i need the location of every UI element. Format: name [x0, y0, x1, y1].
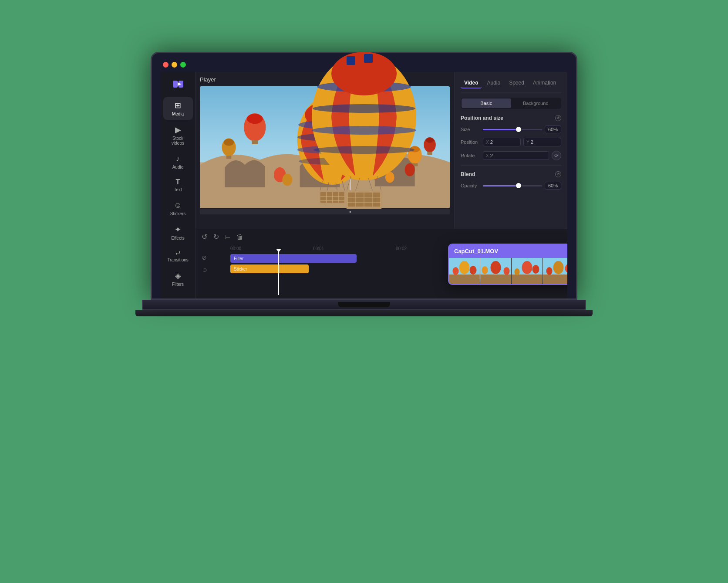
- size-slider[interactable]: [483, 129, 542, 130]
- laptop-base: [142, 300, 586, 310]
- sidebar-item-filters[interactable]: ◈ Filters: [163, 268, 193, 290]
- sidebar-label-text: Text: [174, 187, 182, 192]
- rotate-row: Rotate X 2 ⟳: [461, 151, 561, 160]
- maximize-button[interactable]: [180, 62, 186, 68]
- svg-rect-79: [512, 275, 543, 284]
- popup-filename: CapCut_01.MOV: [454, 248, 498, 254]
- sticker-clip[interactable]: Sticker: [230, 264, 309, 273]
- sticker-clip-label: Sticker: [234, 267, 247, 271]
- undo-button[interactable]: ↺: [202, 233, 207, 241]
- tab-video[interactable]: Video: [461, 78, 482, 88]
- svg-point-81: [533, 265, 539, 274]
- rotate-x-field[interactable]: X 2: [483, 151, 549, 160]
- sidebar-item-effects[interactable]: ✦ Effects: [163, 221, 193, 244]
- sidebar-item-media[interactable]: ⊞ Media: [163, 97, 193, 120]
- svg-point-76: [482, 266, 488, 274]
- svg-point-49: [247, 114, 263, 124]
- sticker-track-icon: ☺: [202, 266, 208, 273]
- blend-section: Blend ↺: [461, 171, 561, 177]
- sidebar-label-audio: Audio: [172, 165, 184, 169]
- timeline-toolbar: ↺ ↻ ⊢ 🗑: [195, 229, 567, 244]
- sidebar-item-text[interactable]: T Text: [163, 175, 193, 196]
- delete-button[interactable]: 🗑: [236, 233, 243, 241]
- size-value[interactable]: 60%: [545, 125, 561, 133]
- filmstrip-frame-1: [449, 258, 480, 284]
- rot-x-axis: X: [486, 153, 489, 158]
- sidebar-item-stickers[interactable]: ☺ Stickers: [163, 197, 193, 220]
- svg-point-85: [553, 261, 564, 274]
- close-button[interactable]: [163, 62, 169, 68]
- stickers-icon: ☺: [174, 201, 182, 210]
- minimize-button[interactable]: [172, 62, 177, 68]
- svg-line-10: [347, 176, 351, 191]
- sidebar-item-audio[interactable]: ♪ Audio: [163, 151, 193, 173]
- redo-button[interactable]: ↻: [213, 233, 219, 241]
- stock-icon: ▶: [175, 125, 181, 135]
- sidebar-item-stock[interactable]: ▶ Stock videos: [163, 122, 193, 149]
- tab-audio[interactable]: Audio: [483, 78, 504, 88]
- timeline-playhead[interactable]: [278, 249, 279, 295]
- rotate-dial[interactable]: ⟳: [552, 151, 561, 160]
- svg-point-70: [459, 261, 470, 274]
- laptop-wrapper: ⊞ Media ▶ Stock videos ♪ Audio T Text ☺: [125, 52, 603, 531]
- subtab-basic[interactable]: Basic: [462, 98, 511, 108]
- tab-speed[interactable]: Speed: [506, 78, 528, 88]
- blend-reset[interactable]: ↺: [555, 171, 561, 177]
- position-x-field[interactable]: X 2: [483, 138, 521, 146]
- filmstrip-frame-4: [543, 258, 567, 284]
- app-logo[interactable]: [170, 76, 186, 92]
- svg-point-64: [282, 174, 292, 186]
- filter-clip-label: Filter: [234, 256, 243, 261]
- ruler-00-01: 00:01: [313, 246, 396, 251]
- tab-animation[interactable]: Animation: [529, 78, 559, 88]
- svg-point-71: [453, 267, 459, 275]
- laptop-bottom-bar: [135, 310, 593, 316]
- subtab-background[interactable]: Background: [511, 98, 561, 108]
- rotate-label: Rotate: [461, 153, 480, 158]
- svg-rect-69: [449, 275, 480, 284]
- svg-point-80: [522, 261, 533, 274]
- svg-point-82: [515, 268, 520, 275]
- filter-clip[interactable]: Filter: [230, 254, 357, 263]
- popup-filmstrip: [449, 258, 567, 284]
- svg-point-75: [491, 261, 501, 274]
- opacity-value[interactable]: 60%: [545, 182, 561, 190]
- split-button[interactable]: ⊢: [225, 234, 230, 241]
- sidebar-label-filters: Filters: [172, 282, 184, 287]
- ruler-00-00: 00:00: [230, 246, 313, 251]
- opacity-slider[interactable]: [483, 185, 542, 186]
- filters-icon: ◈: [175, 271, 181, 281]
- position-size-title: Position and size: [461, 115, 503, 121]
- laptop-notch: [338, 302, 390, 307]
- timeline-tracks: ⊘ ☺ Filter Sticker: [195, 252, 567, 298]
- svg-point-72: [470, 266, 477, 275]
- svg-line-11: [377, 176, 381, 191]
- size-slider-thumb[interactable]: [516, 127, 521, 132]
- position-y-field[interactable]: Y 2: [523, 138, 561, 146]
- pos-x-axis: X: [486, 140, 489, 145]
- filmstrip-frame-2: [480, 258, 512, 284]
- transitions-icon: ⇄: [175, 249, 181, 256]
- opacity-slider-fill: [483, 185, 519, 186]
- sidebar-item-transitions[interactable]: ⇄ Transitions: [163, 246, 193, 266]
- text-icon: T: [176, 178, 180, 186]
- svg-point-77: [504, 267, 510, 275]
- popup-header: CapCut_01.MOV 00:00:07: [449, 244, 567, 258]
- opacity-row: Opacity 60%: [461, 182, 561, 190]
- big-balloon-decoration: [299, 47, 429, 215]
- pos-x-value: 2: [490, 139, 493, 145]
- opacity-slider-thumb[interactable]: [516, 183, 521, 188]
- svg-rect-53: [226, 156, 231, 159]
- svg-rect-9: [373, 56, 381, 65]
- blend-title: Blend: [461, 171, 475, 177]
- filter-track-icon: ⊘: [202, 254, 207, 261]
- filmstrip-frame-3: [512, 258, 543, 284]
- effects-icon: ✦: [175, 225, 181, 234]
- position-size-section: Position and size ↺: [461, 115, 561, 121]
- svg-point-3: [312, 126, 416, 135]
- position-size-reset[interactable]: ↺: [555, 115, 561, 121]
- timeline-playhead-head: [276, 249, 281, 252]
- svg-rect-6: [347, 56, 355, 65]
- right-panel: Video Audio Speed Animation Basic Backgr…: [454, 72, 567, 229]
- svg-rect-21: [173, 81, 178, 88]
